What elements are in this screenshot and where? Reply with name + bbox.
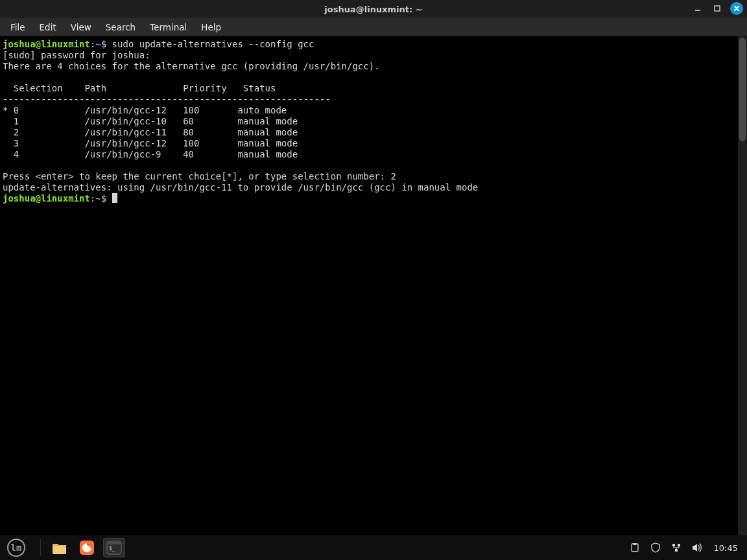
menu-search[interactable]: Search <box>99 20 142 34</box>
choices-line: There are 4 choices for the alternative … <box>3 61 380 71</box>
minimize-icon <box>694 5 702 12</box>
terminal-icon: $_ <box>106 541 122 555</box>
taskbar-app-firefox[interactable] <box>76 538 98 557</box>
terminal-output[interactable]: joshua@linuxmint:~$ sudo update-alternat… <box>0 36 738 535</box>
window-controls <box>691 2 743 15</box>
table-row: 4 /usr/bin/gcc-9 40 manual mode <box>3 149 298 159</box>
table-separator: ----------------------------------------… <box>3 94 331 104</box>
menu-edit[interactable]: Edit <box>33 20 63 34</box>
taskbar: lm $_ <box>0 535 747 560</box>
taskbar-left: lm $_ <box>4 535 125 560</box>
tray-volume[interactable] <box>691 542 703 554</box>
taskbar-app-files[interactable] <box>49 538 71 557</box>
prompt-path: ~ <box>95 39 101 49</box>
taskbar-separator <box>40 539 41 556</box>
svg-rect-9 <box>678 544 680 546</box>
menu-view[interactable]: View <box>64 20 98 34</box>
minimize-button[interactable] <box>691 2 704 15</box>
shield-icon <box>650 542 661 553</box>
close-button[interactable] <box>730 2 743 15</box>
svg-rect-0 <box>715 6 720 11</box>
table-row: * 0 /usr/bin/gcc-12 100 auto mode <box>3 105 287 115</box>
folder-icon <box>52 541 67 555</box>
table-row: 1 /usr/bin/gcc-10 60 manual mode <box>3 116 298 126</box>
network-icon <box>671 542 682 553</box>
table-row: 2 /usr/bin/gcc-11 80 manual mode <box>3 127 298 137</box>
svg-rect-7 <box>634 543 637 545</box>
svg-rect-10 <box>675 549 678 552</box>
press-enter-line: Press <enter> to keep the current choice… <box>3 171 396 181</box>
volume-icon <box>691 542 703 553</box>
sudo-line: [sudo] password for joshua: <box>3 50 150 60</box>
titlebar[interactable]: joshua@linuxmint: ~ <box>0 0 747 18</box>
menu-terminal[interactable]: Terminal <box>143 20 193 34</box>
prompt-path: ~ <box>95 193 101 204</box>
menu-file[interactable]: File <box>4 20 32 34</box>
result-line: update-alternatives: using /usr/bin/gcc-… <box>3 182 478 192</box>
taskbar-right: 10:45 <box>629 542 743 554</box>
svg-rect-8 <box>672 544 675 546</box>
cursor <box>112 193 117 203</box>
firefox-icon <box>79 540 95 555</box>
clipboard-icon <box>630 542 640 553</box>
terminal-window: joshua@linuxmint: ~ File Edit View Searc… <box>0 0 747 535</box>
maximize-icon <box>713 5 721 12</box>
mint-logo-icon: lm <box>7 539 25 557</box>
prompt-user: joshua@linuxmint <box>3 39 90 49</box>
terminal-area: joshua@linuxmint:~$ sudo update-alternat… <box>0 36 747 535</box>
svg-text:$_: $_ <box>109 546 115 552</box>
tray-firewall[interactable] <box>650 542 661 554</box>
scrollbar-thumb[interactable] <box>739 38 746 141</box>
table-header: Selection Path Priority Status <box>3 83 276 93</box>
menubar: File Edit View Search Terminal Help <box>0 18 747 36</box>
taskbar-app-terminal[interactable]: $_ <box>103 538 125 557</box>
menu-help[interactable]: Help <box>195 20 228 34</box>
command: sudo update-alternatives --config gcc <box>112 39 314 49</box>
table-row: 3 /usr/bin/gcc-12 100 manual mode <box>3 138 298 148</box>
svg-rect-4 <box>107 541 121 544</box>
maximize-button[interactable] <box>711 2 724 15</box>
tray-clipboard[interactable] <box>629 542 641 554</box>
prompt-user: joshua@linuxmint <box>3 193 90 204</box>
window-title: joshua@linuxmint: ~ <box>324 5 422 14</box>
tray-network[interactable] <box>670 542 682 554</box>
close-icon <box>733 5 741 12</box>
taskbar-clock[interactable]: 10:45 <box>712 543 738 553</box>
scrollbar[interactable] <box>738 36 747 535</box>
start-menu-button[interactable]: lm <box>4 535 29 560</box>
